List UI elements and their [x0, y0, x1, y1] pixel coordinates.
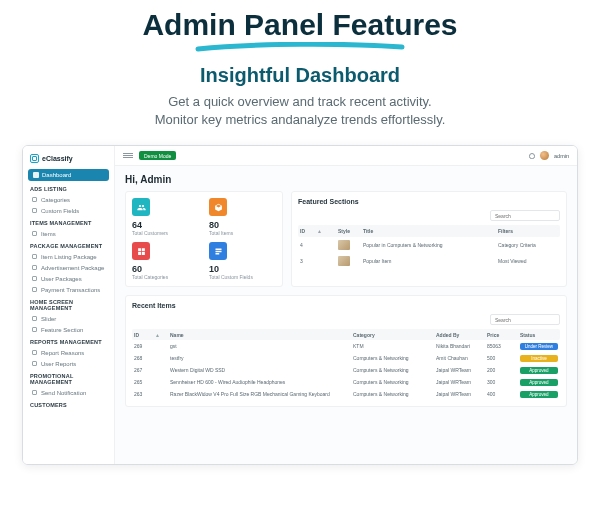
current-user: admin	[554, 153, 569, 159]
topbar: Demo Mode admin	[115, 146, 577, 166]
nav-section: Home Screen Management	[30, 299, 107, 311]
page-title: Admin Panel Features	[142, 8, 457, 42]
card-title: Featured Sections	[298, 198, 560, 205]
dashboard-icon	[33, 172, 39, 178]
avatar[interactable]	[540, 151, 549, 160]
featured-row[interactable]: 3 Popular Item Most Viewed	[298, 253, 560, 269]
nav-ad-package[interactable]: Advertisement Package	[28, 262, 109, 273]
nav-section: Customers	[30, 402, 107, 408]
page-desc-2: Monitor key metrics andanalyze trends ef…	[20, 111, 580, 129]
featured-row[interactable]: 4 Popular in Computers & Networking Cate…	[298, 237, 560, 253]
report-icon	[32, 361, 37, 366]
users-icon	[132, 198, 150, 216]
nav-dashboard[interactable]: Dashboard	[28, 169, 109, 181]
feature-icon	[32, 327, 37, 332]
card-title: Recent Items	[132, 302, 560, 309]
nav-send-notification[interactable]: Send Notification	[28, 387, 109, 398]
nav-label: Dashboard	[42, 172, 71, 178]
nav-report-reasons[interactable]: Report Reasons	[28, 347, 109, 358]
slider-icon	[32, 316, 37, 321]
status-badge: Approved	[520, 391, 558, 398]
sidebar: eClassify Dashboard Ads Listing Categori…	[23, 146, 115, 464]
nav-custom-fields[interactable]: Custom Fields	[28, 205, 109, 216]
brand-name: eClassify	[42, 155, 73, 162]
items-icon	[32, 231, 37, 236]
nav-feature-section[interactable]: Feature Section	[28, 324, 109, 335]
stat-customers[interactable]: 64 Total Customers	[132, 198, 199, 236]
greeting: Hi, Admin	[125, 174, 567, 185]
nav-section: Promotional Management	[30, 373, 107, 385]
table-row[interactable]: 268testfryComputers & NetworkingAmit Cha…	[132, 352, 560, 364]
notifications-icon[interactable]	[529, 153, 535, 159]
featured-search-input[interactable]	[490, 210, 560, 221]
logo-icon	[30, 154, 39, 163]
form-icon	[209, 242, 227, 260]
package-icon	[32, 254, 37, 259]
demo-mode-chip: Demo Mode	[139, 151, 176, 160]
featured-sections-card: Featured Sections ID ▲ Style Title Filte…	[291, 191, 567, 287]
table-row[interactable]: 263Razer BlackWidow V4 Pro Full Size RGB…	[132, 388, 560, 400]
style-thumb	[338, 240, 350, 250]
stat-custom-fields[interactable]: 10 Total Custom Fields	[209, 242, 276, 280]
nav-categories[interactable]: Categories	[28, 194, 109, 205]
page-subtitle: Insightful Dashboard	[20, 64, 580, 87]
stat-items[interactable]: 80 Total Items	[209, 198, 276, 236]
payment-icon	[32, 287, 37, 292]
nav-payment-transactions[interactable]: Payment Transactions	[28, 284, 109, 295]
status-badge: Inactive	[520, 355, 558, 362]
table-row[interactable]: 267Western Digital WD SSDComputers & Net…	[132, 364, 560, 376]
stat-categories[interactable]: 60 Total Categories	[132, 242, 199, 280]
nav-section: Reports Management	[30, 339, 107, 345]
status-badge: Approved	[520, 367, 558, 374]
recent-items-card: Recent Items ID ▲ Name Category Added By…	[125, 295, 567, 407]
ad-icon	[32, 265, 37, 270]
nav-section: Package Management	[30, 243, 107, 249]
nav-user-reports[interactable]: User Reports	[28, 358, 109, 369]
table-row[interactable]: 265Sennheiser HD 600 - Wired Audiophile …	[132, 376, 560, 388]
nav-items[interactable]: Items	[28, 228, 109, 239]
featured-table-head: ID ▲ Style Title Filters	[298, 225, 560, 237]
user-icon	[32, 276, 37, 281]
status-badge: Under Review	[520, 343, 558, 350]
grid-icon	[132, 242, 150, 260]
box-icon	[209, 198, 227, 216]
fields-icon	[32, 208, 37, 213]
nav-section: Items Management	[30, 220, 107, 226]
status-badge: Approved	[520, 379, 558, 386]
recent-search-input[interactable]	[490, 314, 560, 325]
nav-slider[interactable]: Slider	[28, 313, 109, 324]
table-row[interactable]: 269gstKTMNikita Bhandari85063Under Revie…	[132, 340, 560, 352]
nav-section: Ads Listing	[30, 186, 107, 192]
flag-icon	[32, 350, 37, 355]
send-icon	[32, 390, 37, 395]
nav-item-listing-package[interactable]: Item Listing Package	[28, 251, 109, 262]
style-thumb	[338, 256, 350, 266]
screenshot-frame: eClassify Dashboard Ads Listing Categori…	[22, 145, 578, 465]
stats-card: 64 Total Customers 80 Total Items 60 Tot…	[125, 191, 283, 287]
page-desc-1: Get a quick overview and track recent ac…	[20, 93, 580, 111]
underline-decoration	[195, 42, 405, 52]
nav-user-packages[interactable]: User Packages	[28, 273, 109, 284]
menu-toggle[interactable]	[123, 153, 133, 158]
list-icon	[32, 197, 37, 202]
brand-logo[interactable]: eClassify	[28, 152, 109, 169]
recent-table-head: ID ▲ Name Category Added By Price Status	[132, 329, 560, 340]
